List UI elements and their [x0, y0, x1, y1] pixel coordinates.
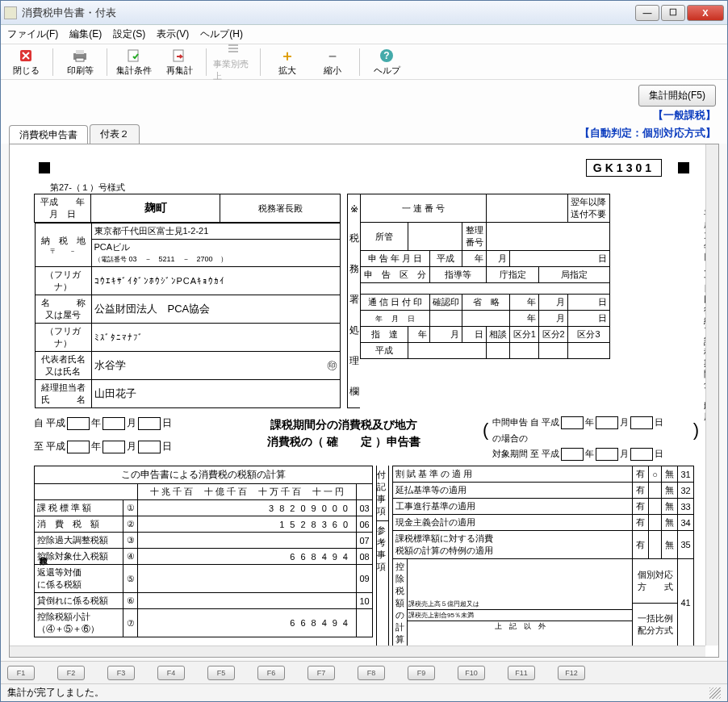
acct-name: 山田花子 — [91, 380, 340, 408]
notes-vertical-label: 付記事項 参考事項 — [376, 466, 389, 657]
close-icon — [17, 48, 35, 64]
fkey-f4[interactable]: F4 — [157, 666, 185, 680]
help-icon: ? — [378, 48, 395, 64]
menubar: ファイル(F) 編集(E) 設定(S) 表示(V) ヘルプ(H) — [1, 25, 727, 44]
fkey-f1[interactable]: F1 — [7, 666, 35, 680]
name-label: 名 称 又は屋号 — [35, 295, 91, 324]
tax-type-label: 【一般課税】 — [653, 108, 716, 123]
app-window: 消費税申告書・付表 — ☐ X ファイル(F) 編集(E) 設定(S) 表示(V… — [0, 0, 728, 702]
period-title: 課税期間分の消費税及び地方 消費税の（ 確 定 ）申告書 — [211, 416, 476, 450]
calc-table: この申告書による消費税の税額の計算 十 兆 千 百 十 億 千 百 十 万 千 … — [34, 466, 373, 637]
resize-grip[interactable] — [709, 687, 721, 699]
header-office: 税務署長殿 — [220, 194, 341, 223]
app-icon — [4, 6, 17, 19]
status-text: 集計が完了しました。 — [7, 686, 104, 700]
status-bar: 集計が完了しました。 — [1, 683, 727, 701]
list-icon — [224, 41, 242, 57]
vertical-scrollbar[interactable] — [705, 144, 718, 646]
titlebar: 消費税申告書・付表 — ☐ X — [1, 1, 727, 25]
tb-help[interactable]: ?ヘルプ — [366, 48, 407, 77]
furigana1-label: （フリガナ） — [35, 267, 91, 295]
plus-icon: ＋ — [278, 48, 296, 64]
svg-rect-6 — [228, 44, 238, 46]
fkey-f8[interactable]: F8 — [358, 666, 385, 680]
svg-rect-3 — [76, 58, 84, 61]
company-name: 公益財団法人 PCA協会 — [91, 295, 340, 324]
minimize-button[interactable]: — — [635, 5, 659, 21]
interim-period: ( 中間申告 自 平成年月日 の場合の 対象期間 至 平成年月日 ) — [492, 416, 694, 461]
fkey-f5[interactable]: F5 — [207, 666, 235, 680]
menu-help[interactable]: ヘルプ(H) — [200, 27, 243, 41]
function-key-bar: F1 F2 F3 F4 F5 F6 F7 F8 F9 F10 F11 F12 — [1, 661, 727, 683]
calc-row: 消 費 税 額②152836006 — [35, 516, 373, 533]
period-from-to: 自 平成年月日 至 平成年月日 — [34, 416, 195, 453]
addr-label: 納 税 地〒 － — [35, 224, 91, 267]
maximize-button[interactable]: ☐ — [661, 5, 685, 21]
tab-appendix2[interactable]: 付表２ — [90, 124, 140, 144]
fkey-f9[interactable]: F9 — [408, 666, 435, 680]
sheet-check-icon — [125, 48, 143, 64]
fkey-f10[interactable]: F10 — [458, 666, 485, 680]
document-area: GK1301 第27-（１）号様式 平成 年 月 日 麹町 税務署長殿 — [9, 144, 719, 658]
menu-edit[interactable]: 編集(E) — [69, 27, 102, 41]
tax-judge-label: 【自動判定：個別対応方式】 — [579, 127, 716, 139]
marker-square-right — [678, 162, 689, 173]
marker-square-left — [39, 162, 50, 173]
next-year-label: 翌年以降 送付不要 — [567, 194, 609, 223]
tab-return[interactable]: 消費税申告書 — [9, 125, 88, 144]
minus-icon: － — [324, 48, 341, 64]
calc-row: 貸倒れに係る税額⑥10 — [35, 593, 373, 609]
fkey-f6[interactable]: F6 — [257, 666, 285, 680]
calc-row: 返還等対価 に係る税額⑤09 — [35, 565, 373, 593]
svg-text:?: ? — [383, 50, 389, 61]
sheet-arrow-icon — [170, 48, 188, 64]
acct-label: 経理担当者 氏 名 — [35, 380, 91, 408]
menu-file[interactable]: ファイル(F) — [7, 27, 58, 41]
window-title: 消費税申告書・付表 — [22, 6, 635, 20]
start-aggregate-button[interactable]: 集計開始(F5) — [638, 85, 716, 107]
fkey-f12[interactable]: F12 — [558, 666, 585, 680]
calc-row: 控除税額控除対象仕入税額④66849408 — [35, 549, 373, 565]
svg-rect-8 — [228, 51, 238, 52]
horizontal-scrollbar[interactable] — [10, 646, 705, 657]
tb-agg-cond[interactable]: 集計条件 — [114, 48, 154, 77]
svg-rect-2 — [76, 50, 84, 54]
tb-reagg[interactable]: 再集計 — [159, 48, 199, 77]
serial-label: 一 連 番 号 — [361, 194, 487, 223]
rep-label: 代表者氏名 又は氏名 — [35, 352, 91, 380]
tb-close[interactable]: 閉じる — [6, 48, 46, 77]
furigana1: ｺｳｴｷｻﾞｲﾀﾞﾝﾎｳｼﾞﾝPCAｷｮｳｶｲ — [91, 267, 340, 295]
calc-row: 課 税 標 準 額①3820900003 — [35, 500, 373, 516]
menu-settings[interactable]: 設定(S) — [113, 27, 145, 41]
printer-icon — [71, 48, 89, 64]
furigana2: ﾐｽﾞﾀﾆﾏﾅﾌﾞ — [91, 324, 340, 352]
star-mark: ※ — [350, 203, 358, 215]
fkey-f7[interactable]: F7 — [308, 666, 335, 680]
notes-table: 割 賦 基 準 の 適 用有○無31 延払基準等の適用有無32 工事進行基準の適… — [392, 466, 694, 657]
calc-row: 控除税額小計 （④＋⑤＋⑥）⑦668494 — [35, 609, 373, 637]
svg-rect-7 — [228, 48, 238, 49]
header-place: 麹町 — [91, 194, 220, 223]
tb-by-biz: 事業別売上 — [213, 41, 253, 82]
fkey-f3[interactable]: F3 — [107, 666, 135, 680]
close-button[interactable]: X — [687, 5, 724, 21]
furigana2-label: （フリガナ） — [35, 324, 91, 352]
format-number: 第27-（１）号様式 — [50, 182, 694, 194]
rep-name: 水谷学㊞ — [91, 352, 340, 380]
header-era: 平成 年 月 日 — [35, 194, 91, 223]
fkey-f11[interactable]: F11 — [508, 666, 535, 680]
tb-zoom-in[interactable]: ＋拡大 — [267, 48, 308, 77]
tb-print[interactable]: 印刷等 — [60, 48, 100, 77]
address-line1: 東京都千代田区富士見1-2-21 — [91, 224, 340, 240]
menu-view[interactable]: 表示(V) — [157, 27, 189, 41]
calc-row: 控除過大調整税額③07 — [35, 533, 373, 549]
tb-zoom-out[interactable]: －縮小 — [312, 48, 353, 77]
address-line2: PCAビル（電話番号 03 － 5211 － 2700 ） — [91, 240, 340, 267]
form-code: GK1301 — [586, 159, 662, 177]
toolbar: 閉じる 印刷等 集計条件 再集計 事業別売上 ＋拡大 －縮小 ?ヘルプ — [1, 44, 727, 80]
fkey-f2[interactable]: F2 — [57, 666, 85, 680]
